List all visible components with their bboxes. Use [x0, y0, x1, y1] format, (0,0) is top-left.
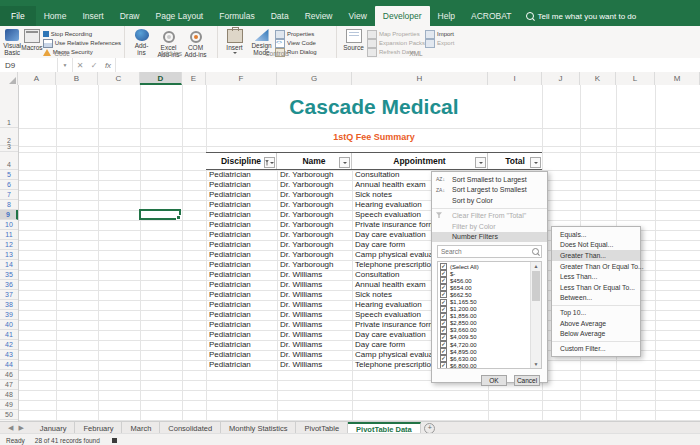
cell-name[interactable]: Dr. Williams: [277, 300, 352, 310]
row-header-48[interactable]: 48: [0, 390, 18, 400]
row-header-47[interactable]: 47: [0, 380, 18, 390]
search-input[interactable]: [438, 247, 532, 256]
row-header-13[interactable]: 13: [0, 250, 18, 260]
filter-value-item[interactable]: $3,660.00: [440, 327, 530, 334]
cell-name[interactable]: Dr. Yarborough: [277, 210, 352, 220]
cell-name[interactable]: Dr. Yarborough: [277, 200, 352, 210]
submenu-item[interactable]: Greater Than...: [552, 250, 640, 261]
filter-value-item[interactable]: $1,200.00: [440, 306, 530, 313]
ribbon-tab[interactable]: Developer: [375, 6, 430, 26]
menu-item[interactable]: Filter by Color: [432, 221, 547, 232]
submenu-item[interactable]: Greater Than Or Equal To...: [552, 261, 640, 272]
cell-discipline[interactable]: Pediatrician: [206, 280, 277, 290]
column-header-F[interactable]: F: [206, 72, 277, 85]
ok-button[interactable]: OK: [481, 375, 507, 386]
ribbon-tab[interactable]: File: [0, 6, 36, 26]
column-header-L[interactable]: L: [616, 72, 655, 85]
cell-discipline[interactable]: Pediatrician: [206, 270, 277, 280]
checkbox-checked-icon[interactable]: [440, 327, 447, 334]
row-header-36[interactable]: 36: [0, 280, 18, 290]
menu-item[interactable]: Number Filters: [432, 232, 547, 243]
checkbox-checked-icon[interactable]: [440, 291, 447, 298]
scroll-down-icon[interactable]: ▼: [531, 360, 541, 368]
active-cell-selection[interactable]: [139, 209, 181, 220]
cell-discipline[interactable]: Pediatrician: [206, 330, 277, 340]
ribbon-small-button[interactable]: Map Properties: [367, 30, 425, 38]
cell-name[interactable]: Dr. Williams: [277, 270, 352, 280]
select-all-corner[interactable]: [0, 72, 18, 85]
row-header-11[interactable]: 11: [0, 230, 18, 240]
column-header-M[interactable]: M: [655, 72, 700, 85]
cell-name[interactable]: Dr. Williams: [277, 310, 352, 320]
next-sheet-icon[interactable]: ▶: [18, 424, 23, 432]
filter-value-item[interactable]: $4,895.00: [440, 348, 530, 355]
cell-discipline[interactable]: Pediatrician: [206, 210, 277, 220]
menu-item[interactable]: Sort by Color: [432, 195, 547, 206]
checkbox-checked-icon[interactable]: [440, 306, 447, 313]
cell-name[interactable]: Dr. Yarborough: [277, 190, 352, 200]
ribbon-tab[interactable]: Formulas: [211, 6, 262, 26]
ribbon-small-button[interactable]: Export: [425, 39, 454, 47]
ribbon-small-button[interactable]: View Code: [275, 39, 317, 47]
cell-discipline[interactable]: Pediatrician: [206, 320, 277, 330]
filter-value-item[interactable]: (Select All): [440, 263, 530, 270]
cell-discipline[interactable]: Pediatrician: [206, 220, 277, 230]
row-header-6[interactable]: 6: [0, 180, 18, 190]
cell-name[interactable]: Dr. Yarborough: [277, 260, 352, 270]
cell-name[interactable]: Dr. Yarborough: [277, 230, 352, 240]
cell-discipline[interactable]: Pediatrician: [206, 300, 277, 310]
row-header-41[interactable]: 41: [0, 330, 18, 340]
insert-function-icon[interactable]: fx: [101, 58, 115, 72]
column-header-B[interactable]: B: [56, 72, 98, 85]
column-header-C[interactable]: C: [98, 72, 140, 85]
filter-value-item[interactable]: $1,856.00: [440, 313, 530, 320]
enter-entry-icon[interactable]: ✓: [87, 58, 101, 72]
prev-sheet-icon[interactable]: ◀: [8, 424, 13, 432]
cell-name[interactable]: Dr. Yarborough: [277, 250, 352, 260]
checkbox-checked-icon[interactable]: [440, 299, 447, 306]
cell-name[interactable]: Dr. Yarborough: [277, 170, 352, 180]
row-header-10[interactable]: 10: [0, 220, 18, 230]
ribbon-tab[interactable]: Review: [297, 6, 341, 26]
column-header-D[interactable]: D: [140, 72, 182, 85]
submenu-item[interactable]: Does Not Equal...: [552, 240, 640, 251]
cell-name[interactable]: Dr. Williams: [277, 290, 352, 300]
checkbox-checked-icon[interactable]: [440, 362, 447, 369]
cell-discipline[interactable]: Pediatrician: [206, 250, 277, 260]
ribbon-small-button[interactable]: Expansion Packs: [367, 39, 425, 47]
row-header-35[interactable]: 35: [0, 270, 18, 280]
cell-discipline[interactable]: Pediatrician: [206, 180, 277, 190]
checkbox-checked-icon[interactable]: [440, 270, 447, 277]
ribbon-small-button[interactable]: Import: [425, 30, 454, 38]
title-cell[interactable]: Cascade Medical: [206, 85, 542, 128]
checkbox-checked-icon[interactable]: [440, 263, 447, 270]
name-box[interactable]: D9: [0, 58, 58, 72]
row-header-44[interactable]: 44: [0, 360, 18, 370]
filter-button-name[interactable]: [339, 157, 350, 168]
ribbon-tab[interactable]: Help: [430, 6, 463, 26]
row-header-8[interactable]: 8: [0, 200, 18, 210]
row-header-42[interactable]: 42: [0, 340, 18, 350]
cell-discipline[interactable]: Pediatrician: [206, 200, 277, 210]
column-header-H[interactable]: H: [352, 72, 488, 85]
cell-discipline[interactable]: Pediatrician: [206, 170, 277, 180]
ribbon-tab[interactable]: Insert: [74, 6, 111, 26]
cell-name[interactable]: Dr. Williams: [277, 360, 352, 370]
cell-name[interactable]: Dr. Yarborough: [277, 180, 352, 190]
column-header-I[interactable]: I: [488, 72, 542, 85]
row-header-39[interactable]: 39: [0, 310, 18, 320]
submenu-item[interactable]: Equals...: [552, 229, 640, 240]
cell-discipline[interactable]: Pediatrician: [206, 360, 277, 370]
filter-value-item[interactable]: $-: [440, 270, 530, 277]
cancel-button[interactable]: Cancel: [514, 375, 540, 386]
filter-value-item[interactable]: $662.50: [440, 291, 530, 298]
stop-recording-icon[interactable]: [112, 438, 117, 443]
ribbon-tab[interactable]: Home: [36, 6, 75, 26]
checkbox-checked-icon[interactable]: [440, 313, 447, 320]
filter-value-item[interactable]: $1,165.50: [440, 298, 530, 305]
filter-value-list[interactable]: (Select All) $- $456.00 $654.00 $662.50: [437, 261, 542, 369]
row-header-9[interactable]: 9: [0, 210, 18, 220]
submenu-item[interactable]: Custom Filter...: [552, 341, 640, 354]
filter-value-item[interactable]: $6,630.00: [440, 355, 530, 362]
row-header-37[interactable]: 37: [0, 290, 18, 300]
